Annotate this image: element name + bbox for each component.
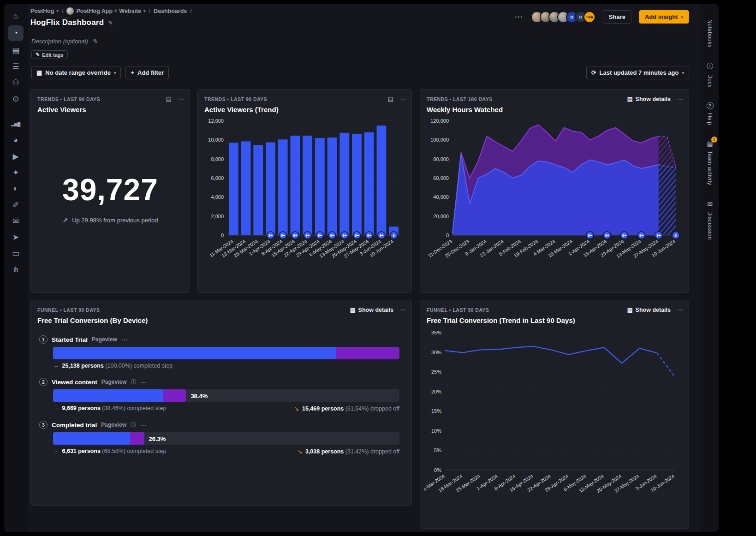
- edit-tags-button[interactable]: ✎ Edit tags: [31, 50, 68, 59]
- show-details-button[interactable]: ▤ Show details: [350, 306, 393, 313]
- card-title: Weekly Hours Watched: [427, 106, 683, 113]
- product-analytics-icon[interactable]: ▂▅█: [8, 117, 24, 131]
- svg-text:25%: 25%: [431, 369, 441, 375]
- funnel-step-2: 2Viewed contentPageviewⓘ⋯38.4%→9,669 per…: [39, 378, 399, 412]
- card-tag: TRENDS • LAST 180 DAYS: [427, 96, 493, 102]
- card-title: Active Viewers: [37, 106, 184, 113]
- last-updated-button[interactable]: ⟳ Last updated 7 minutes ago ▾: [586, 66, 689, 79]
- add-to-notebook-icon[interactable]: ▤: [388, 95, 393, 102]
- svg-text:2,000: 2,000: [211, 214, 224, 219]
- description-placeholder[interactable]: Description (optional): [31, 38, 88, 45]
- dropped-arrow-icon: ↘: [297, 448, 302, 455]
- notebooks-icon[interactable]: ▤: [8, 43, 24, 57]
- project-tree-icon[interactable]: ⋔: [8, 262, 24, 276]
- breadcrumb-item[interactable]: Dashboards: [154, 8, 187, 14]
- info-icon[interactable]: ⓘ: [131, 378, 136, 386]
- activity-icon[interactable]: ⊙: [8, 92, 24, 106]
- svg-text:9+: 9+: [342, 233, 346, 238]
- completed-step-label: →9,669 persons (38.46%) completed step: [53, 405, 166, 412]
- experiments-icon[interactable]: ✐: [8, 198, 24, 212]
- card-more-button[interactable]: ⋯: [178, 95, 184, 102]
- edit-title-icon[interactable]: ✎: [108, 19, 113, 26]
- info-icon[interactable]: ⓘ: [131, 421, 136, 429]
- funnel-bar-blue: [53, 347, 336, 359]
- show-details-button[interactable]: ▤ Show details: [627, 95, 671, 102]
- persons-icon[interactable]: ⚇: [8, 76, 24, 89]
- team-activity-icon: ▤1: [707, 140, 713, 147]
- step-event-label: Pageview: [92, 336, 117, 343]
- svg-text:12,000: 12,000: [208, 118, 224, 124]
- billing-icon[interactable]: ▭: [8, 246, 24, 260]
- step-more-button[interactable]: ⋯: [140, 378, 147, 386]
- step-more-button[interactable]: ⋯: [140, 421, 147, 429]
- edit-description-icon[interactable]: ✎: [92, 38, 97, 45]
- right-rail-item-discussion[interactable]: ✉Discussion: [707, 200, 713, 240]
- card-more-button[interactable]: ⋯: [400, 306, 406, 313]
- step-number: 3: [39, 421, 48, 429]
- step-name: Viewed content: [52, 379, 97, 386]
- breadcrumb-item[interactable]: PostHog App + Website▾: [66, 7, 145, 15]
- dashboards-icon[interactable]: ◔: [8, 25, 24, 41]
- breadcrumb-item[interactable]: PostHog▾: [30, 8, 59, 14]
- app-window: ⌂◔▤☰⚇⊙▂▅█◕▶✦◐✐✉➤▭⋔ PostHog▾/PostHog App …: [4, 4, 719, 532]
- web-analytics-icon[interactable]: ◕: [8, 133, 24, 147]
- svg-text:4,000: 4,000: [211, 194, 224, 200]
- breadcrumb-separator: /: [190, 8, 191, 14]
- help-icon: ?: [707, 102, 714, 109]
- data-pipeline-icon[interactable]: ➤: [8, 230, 24, 244]
- trend-up-icon: ↗: [62, 216, 68, 224]
- svg-text:10,000: 10,000: [208, 137, 224, 143]
- dashboard-more-button[interactable]: ⋯: [515, 12, 524, 22]
- funnel-bar-blue: [53, 432, 130, 445]
- step-more-button[interactable]: ⋯: [121, 336, 128, 343]
- left-rail: ⌂◔▤☰⚇⊙▂▅█◕▶✦◐✐✉➤▭⋔: [4, 4, 28, 532]
- details-icon: ▤: [350, 306, 356, 313]
- svg-text:10%: 10%: [431, 428, 441, 434]
- chevron-down-icon: ▾: [56, 9, 59, 13]
- card-tag: FUNNEL • LAST 90 DAYS: [37, 307, 100, 313]
- breadcrumb-separator: /: [149, 8, 150, 14]
- card-more-button[interactable]: ⋯: [677, 306, 683, 313]
- date-range-override-button[interactable]: ▦ No date range override ▾: [31, 66, 121, 79]
- avatar-plus46[interactable]: +46: [583, 11, 595, 23]
- add-filter-button[interactable]: + Add filter: [125, 66, 169, 79]
- svg-text:35%: 35%: [431, 330, 441, 335]
- chevron-down-icon: ▾: [682, 71, 684, 75]
- svg-text:9+: 9+: [318, 233, 322, 238]
- add-insight-button[interactable]: Add insight ▾: [639, 10, 689, 24]
- right-rail-item-notebooks[interactable]: Notebooks: [707, 19, 713, 48]
- right-rail-item-help[interactable]: ?Help: [707, 102, 714, 125]
- dropped-off-label: ↘15,469 persons (61.54%) dropped off: [294, 405, 399, 412]
- add-to-notebook-icon[interactable]: ▤: [166, 95, 172, 102]
- right-rail-label: Notebooks: [707, 19, 713, 48]
- right-rail-label: Team activity: [707, 151, 713, 185]
- description-row: Description (optional) ✎: [31, 38, 97, 45]
- svg-text:9+: 9+: [367, 233, 371, 238]
- home-icon[interactable]: ⌂: [8, 9, 24, 23]
- feature-flags-icon[interactable]: ◐: [8, 182, 24, 196]
- right-rail-label: Help: [707, 113, 713, 125]
- step-number: 2: [39, 378, 48, 386]
- svg-text:6: 6: [675, 233, 677, 238]
- share-button[interactable]: Share: [603, 10, 631, 24]
- session-replay-icon[interactable]: ▶: [8, 149, 24, 163]
- card-more-button[interactable]: ⋯: [400, 95, 406, 102]
- right-rail-item-docs[interactable]: ⓘDocs: [707, 62, 713, 88]
- data-management-icon[interactable]: ☰: [8, 60, 24, 73]
- funnel-bar: 38.4%: [53, 389, 399, 402]
- avatar-stack: BB+46: [531, 11, 595, 23]
- funnel-bar: [53, 347, 399, 359]
- step-event-label: Pageview: [101, 379, 127, 385]
- ai-icon[interactable]: ✦: [8, 166, 24, 179]
- right-rail-item-team-activity[interactable]: ▤1Team activity: [707, 140, 713, 185]
- svg-text:30%: 30%: [431, 350, 441, 355]
- surveys-icon[interactable]: ✉: [8, 214, 24, 228]
- card-active-viewers: TRENDS • LAST 90 DAYS ▤ ⋯ Active Viewers…: [30, 89, 190, 293]
- notification-badge: 1: [711, 137, 717, 143]
- card-more-button[interactable]: ⋯: [677, 95, 683, 102]
- completed-step-label: →6,631 persons (68.58%) completed step: [53, 448, 166, 455]
- show-details-button[interactable]: ▤ Show details: [627, 306, 671, 313]
- card-tag: TRENDS • LAST 90 DAYS: [204, 96, 267, 102]
- step-number: 1: [39, 335, 48, 344]
- pencil-icon: ✎: [36, 52, 40, 58]
